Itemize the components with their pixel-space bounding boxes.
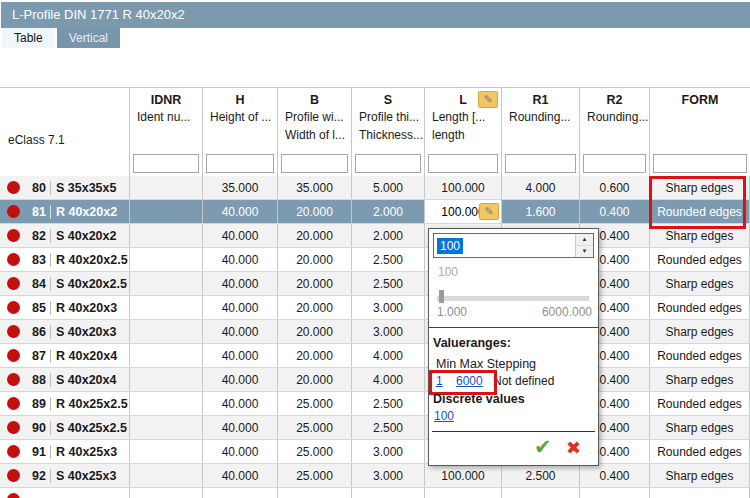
- cell-idnr[interactable]: [130, 320, 203, 343]
- cell-idnr[interactable]: [130, 176, 203, 199]
- table-row[interactable]: 90S 40x25x2.540.00025.0002.5000.400Sharp…: [0, 416, 750, 440]
- cell-b[interactable]: 20.000: [278, 344, 352, 367]
- filter-input-h[interactable]: [206, 154, 274, 173]
- cell-s[interactable]: 2.500: [352, 416, 425, 439]
- cell-h[interactable]: 40.000: [203, 200, 278, 223]
- discrete-value-link[interactable]: 100: [434, 409, 454, 423]
- cell-idnr[interactable]: [130, 488, 203, 498]
- edit-pencil-icon[interactable]: ✎: [479, 203, 499, 220]
- slider-thumb[interactable]: [439, 290, 444, 303]
- cell-idnr[interactable]: [130, 248, 203, 271]
- cell-b[interactable]: 25.000: [278, 464, 352, 487]
- cell-r1[interactable]: 4.000: [502, 176, 580, 199]
- cell-h[interactable]: 40.000: [203, 272, 278, 295]
- table-row[interactable]: [0, 488, 750, 498]
- cell-s[interactable]: 2.000: [352, 224, 425, 247]
- cell-idnr[interactable]: [130, 440, 203, 463]
- row-name-cell[interactable]: 86S 40x20x3: [0, 320, 130, 343]
- cell-s[interactable]: 3.000: [352, 320, 425, 343]
- column-header-r1[interactable]: R1Rounding...: [502, 88, 580, 176]
- cell-r1[interactable]: [502, 488, 580, 498]
- row-name-cell[interactable]: 88S 40x20x4: [0, 368, 130, 391]
- row-name-cell[interactable]: 82S 40x20x2: [0, 224, 130, 247]
- row-name-cell[interactable]: 80S 35x35x5: [0, 176, 130, 199]
- filter-input-s[interactable]: [355, 154, 421, 173]
- cell-l[interactable]: 100.000: [425, 464, 502, 487]
- cell-r1[interactable]: 1.600: [502, 200, 580, 223]
- cell-h[interactable]: 40.000: [203, 320, 278, 343]
- cell-form[interactable]: Rounded edges: [650, 440, 750, 463]
- cell-h[interactable]: 40.000: [203, 440, 278, 463]
- row-name-cell[interactable]: 84S 40x20x2.5: [0, 272, 130, 295]
- cell-s[interactable]: 4.000: [352, 368, 425, 391]
- table-row[interactable]: 80S 35x35x535.00035.0005.000100.0004.000…: [0, 176, 750, 200]
- cell-form[interactable]: Sharp edges: [650, 416, 750, 439]
- cell-form[interactable]: Sharp edges: [650, 464, 750, 487]
- cell-form[interactable]: Sharp edges: [650, 320, 750, 343]
- table-row[interactable]: 82S 40x20x240.00020.0002.0000.400Sharp e…: [0, 224, 750, 248]
- row-name-cell[interactable]: 89R 40x25x2.5: [0, 392, 130, 415]
- spin-down-icon[interactable]: ▼: [576, 246, 593, 257]
- cell-r1[interactable]: 2.500: [502, 464, 580, 487]
- column-header-r2[interactable]: R2Rounding...: [580, 88, 650, 176]
- min-value-link[interactable]: 1: [436, 374, 443, 388]
- cell-form[interactable]: Rounded edges: [650, 344, 750, 367]
- cell-s[interactable]: [352, 488, 425, 498]
- cell-b[interactable]: 25.000: [278, 440, 352, 463]
- filter-input-l[interactable]: [428, 154, 498, 173]
- cell-l[interactable]: 100.000✎: [425, 200, 502, 223]
- cell-h[interactable]: [203, 488, 278, 498]
- tab-vertical[interactable]: Vertical: [57, 28, 120, 48]
- table-row[interactable]: 83R 40x20x2.540.00020.0002.5000.400Round…: [0, 248, 750, 272]
- cell-s[interactable]: 2.500: [352, 392, 425, 415]
- cell-form[interactable]: Rounded edges: [650, 200, 750, 223]
- cell-idnr[interactable]: [130, 296, 203, 319]
- filter-input-form[interactable]: [653, 154, 747, 173]
- cell-s[interactable]: 3.000: [352, 464, 425, 487]
- cell-r2[interactable]: 0.400: [580, 464, 650, 487]
- table-row[interactable]: 88S 40x20x440.00020.0004.0000.400Sharp e…: [0, 368, 750, 392]
- column-header-s[interactable]: SProfile thi...Thickness...: [352, 88, 425, 176]
- cell-h[interactable]: 40.000: [203, 344, 278, 367]
- cell-form[interactable]: Sharp edges: [650, 176, 750, 199]
- cell-form[interactable]: Rounded edges: [650, 248, 750, 271]
- value-spinbox[interactable]: 100 ▲ ▼: [433, 233, 594, 258]
- row-name-cell[interactable]: 81R 40x20x2: [0, 200, 130, 223]
- cell-s[interactable]: 2.500: [352, 248, 425, 271]
- cell-s[interactable]: 3.000: [352, 440, 425, 463]
- cell-h[interactable]: 40.000: [203, 464, 278, 487]
- cell-form[interactable]: Rounded edges: [650, 296, 750, 319]
- cell-s[interactable]: 2.500: [352, 272, 425, 295]
- cell-h[interactable]: 40.000: [203, 416, 278, 439]
- spin-up-icon[interactable]: ▲: [576, 234, 593, 246]
- cell-b[interactable]: 20.000: [278, 368, 352, 391]
- row-name-cell[interactable]: 90S 40x25x2.5: [0, 416, 130, 439]
- cell-b[interactable]: [278, 488, 352, 498]
- cancel-button[interactable]: ✖: [566, 437, 581, 459]
- column-header-b[interactable]: BProfile wi...Width of l...: [278, 88, 352, 176]
- table-row[interactable]: 86S 40x20x340.00020.0003.0000.400Sharp e…: [0, 320, 750, 344]
- column-header-idnr[interactable]: IDNRIdent nu...: [130, 88, 203, 176]
- cell-s[interactable]: 2.000: [352, 200, 425, 223]
- cell-idnr[interactable]: [130, 416, 203, 439]
- cell-form[interactable]: Sharp edges: [650, 224, 750, 247]
- cell-idnr[interactable]: [130, 464, 203, 487]
- table-row[interactable]: 81R 40x20x240.00020.0002.000100.000✎1.60…: [0, 200, 750, 224]
- cell-b[interactable]: 20.000: [278, 320, 352, 343]
- cell-b[interactable]: 20.000: [278, 200, 352, 223]
- cell-idnr[interactable]: [130, 392, 203, 415]
- filter-input-r2[interactable]: [583, 154, 646, 173]
- cell-l[interactable]: 100.000: [425, 176, 502, 199]
- cell-b[interactable]: 20.000: [278, 272, 352, 295]
- max-value-link[interactable]: 6000: [456, 374, 483, 388]
- cell-idnr[interactable]: [130, 224, 203, 247]
- filter-input-b[interactable]: [281, 154, 348, 173]
- table-row[interactable]: 87R 40x20x440.00020.0004.0000.400Rounded…: [0, 344, 750, 368]
- cell-h[interactable]: 40.000: [203, 368, 278, 391]
- edit-pencil-icon[interactable]: ✎: [478, 91, 498, 108]
- table-row[interactable]: 84S 40x20x2.540.00020.0002.5000.400Sharp…: [0, 272, 750, 296]
- cell-b[interactable]: 25.000: [278, 416, 352, 439]
- cell-b[interactable]: 20.000: [278, 296, 352, 319]
- cell-r2[interactable]: [580, 488, 650, 498]
- cell-l[interactable]: [425, 488, 502, 498]
